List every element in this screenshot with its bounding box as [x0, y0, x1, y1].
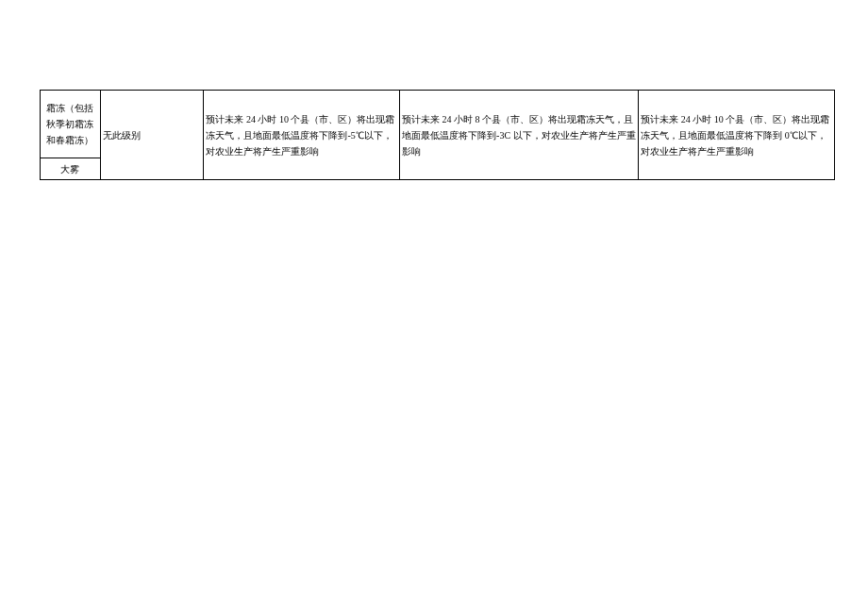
category-cell-fog: 大雾 — [41, 158, 101, 180]
desc3-cell: 预计未来 24 小时 10 个县（市、区）将出现霜冻天气，且地面最低温度将下降到… — [639, 91, 835, 180]
desc1-cell: 预计未来 24 小时 10 个县（市、区）将出现霜冻天气，且地面最低温度将下降到… — [204, 91, 400, 180]
desc2-cell: 预计未来 24 小时 8 个县（市、区）将出现霜冻天气，且地面最低温度将下降到-… — [400, 91, 639, 180]
table-row: 霜冻（包括秋季初霜冻和春霜冻） 无此级别 预计未来 24 小时 10 个县（市、… — [41, 91, 835, 158]
warning-table-container: 霜冻（包括秋季初霜冻和春霜冻） 无此级别 预计未来 24 小时 10 个县（市、… — [40, 90, 835, 180]
category-cell-frost: 霜冻（包括秋季初霜冻和春霜冻） — [41, 91, 101, 158]
warning-table: 霜冻（包括秋季初霜冻和春霜冻） 无此级别 预计未来 24 小时 10 个县（市、… — [40, 90, 835, 180]
level-cell: 无此级别 — [100, 91, 204, 180]
